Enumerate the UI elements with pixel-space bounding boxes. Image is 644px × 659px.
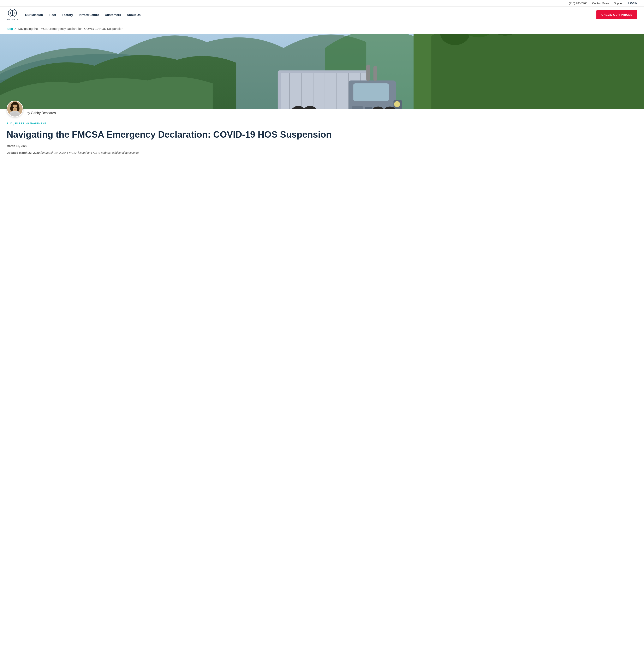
main-nav: Our Mission Fleet Factory Infrastructure… [25, 13, 596, 17]
login-link[interactable]: LOGIN [628, 2, 637, 5]
svg-rect-38 [373, 66, 377, 81]
svg-rect-36 [353, 84, 389, 101]
support-link[interactable]: Support [614, 2, 623, 5]
author-avatar [7, 100, 23, 117]
svg-point-59 [13, 107, 14, 108]
check-prices-button[interactable]: CHECK OUR PRICES [596, 10, 637, 19]
logo[interactable]: samsara [7, 9, 18, 21]
svg-rect-37 [366, 65, 370, 81]
breadcrumb: Blog > Navigating the FMCSA Emergency De… [0, 23, 644, 35]
author-name: by Gabby Deocares [26, 103, 56, 115]
update-label: Updated March 23, 2020 [7, 151, 40, 154]
breadcrumb-separator: > [15, 27, 16, 30]
nav-our-mission[interactable]: Our Mission [25, 13, 43, 17]
logo-text: samsara [7, 18, 18, 21]
contact-sales-link[interactable]: Contact Sales [592, 2, 609, 5]
breadcrumb-blog-link[interactable]: Blog [7, 27, 13, 30]
article-tags: ELD , FLEET MANAGEMENT [7, 122, 637, 126]
breadcrumb-current-page: Navigating the FMCSA Emergency Declarati… [18, 27, 123, 30]
svg-point-64 [17, 106, 20, 111]
nav-fleet[interactable]: Fleet [49, 13, 56, 17]
article-date: March 16, 2020 [7, 144, 637, 147]
nav-about-us[interactable]: About Us [127, 13, 141, 17]
author-section: by Gabby Deocares [0, 100, 644, 117]
svg-point-63 [10, 106, 13, 111]
tag-fleet-management[interactable]: FLEET MANAGEMENT [15, 122, 47, 126]
article-update: Updated March 23, 2020 (on March 19, 202… [7, 151, 637, 155]
top-bar: (415) 985-2400 Contact Sales Support LOG… [0, 0, 644, 7]
tag-separator: , [14, 122, 14, 126]
hero-scene-svg [0, 35, 644, 109]
author-avatar-image [7, 100, 23, 117]
nav-infrastructure[interactable]: Infrastructure [79, 13, 99, 17]
phone-number: (415) 985-2400 [569, 2, 587, 5]
samsara-logo-icon [8, 9, 17, 17]
nav-customers[interactable]: Customers [105, 13, 121, 17]
main-header: samsara Our Mission Fleet Factory Infras… [0, 7, 644, 23]
hero-image [0, 35, 644, 109]
tag-eld[interactable]: ELD [7, 122, 13, 126]
nav-factory[interactable]: Factory [62, 13, 73, 17]
svg-point-4 [12, 11, 13, 12]
faq-link[interactable]: FAQ [91, 151, 97, 154]
article-title: Navigating the FMCSA Emergency Declarati… [7, 129, 637, 140]
article-content: ELD , FLEET MANAGEMENT Navigating the FM… [0, 117, 644, 162]
svg-point-60 [16, 107, 17, 108]
update-text: (on March 19, 2020, FMCSA issued an FAQ … [40, 151, 139, 154]
